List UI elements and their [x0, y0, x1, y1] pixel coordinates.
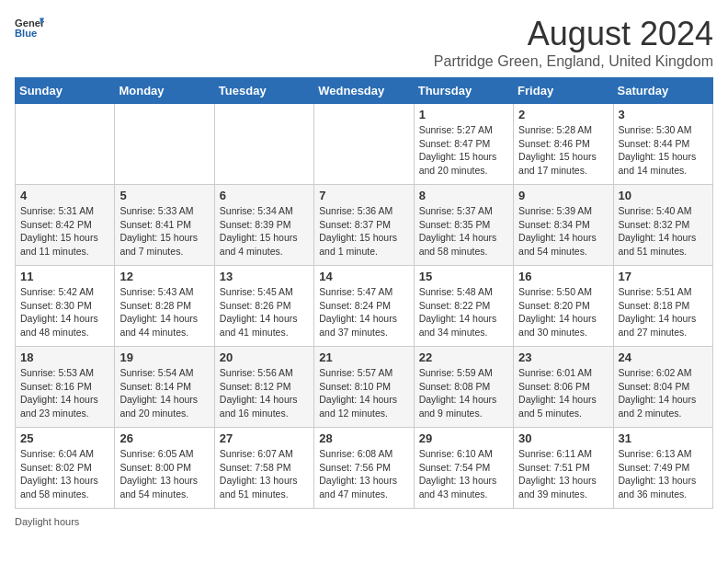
calendar-cell: 26Sunrise: 6:05 AMSunset: 8:00 PMDayligh…: [115, 428, 214, 509]
calendar-cell: 24Sunrise: 6:02 AMSunset: 8:04 PMDayligh…: [613, 347, 712, 428]
day-info: Sunrise: 5:48 AMSunset: 8:22 PMDaylight:…: [419, 285, 508, 339]
day-number: 11: [20, 270, 109, 283]
day-number: 21: [319, 350, 408, 364]
calendar-header: SundayMondayTuesdayWednesdayThursdayFrid…: [16, 78, 713, 104]
calendar-cell: 25Sunrise: 6:04 AMSunset: 8:02 PMDayligh…: [16, 428, 115, 509]
calendar-cell: 13Sunrise: 5:45 AMSunset: 8:26 PMDayligh…: [214, 266, 313, 347]
day-number: 25: [20, 431, 109, 445]
day-info: Sunrise: 6:11 AMSunset: 7:51 PMDaylight:…: [518, 447, 608, 501]
day-number: 22: [419, 350, 508, 364]
day-number: 4: [20, 189, 109, 202]
week-row-2: 4Sunrise: 5:31 AMSunset: 8:42 PMDaylight…: [16, 185, 713, 266]
day-info: Sunrise: 6:13 AMSunset: 7:49 PMDaylight:…: [619, 447, 708, 501]
calendar-cell: [314, 104, 414, 185]
day-info: Sunrise: 5:39 AMSunset: 8:34 PMDaylight:…: [518, 204, 608, 259]
day-info: Sunrise: 5:59 AMSunset: 8:08 PMDaylight:…: [419, 366, 508, 420]
calendar-cell: [214, 104, 313, 185]
calendar-cell: 6Sunrise: 5:34 AMSunset: 8:39 PMDaylight…: [214, 185, 313, 266]
calendar-cell: 28Sunrise: 6:08 AMSunset: 7:56 PMDayligh…: [314, 428, 414, 509]
day-number: 28: [319, 431, 408, 445]
weekday-saturday: Saturday: [613, 78, 712, 104]
weekday-monday: Monday: [115, 78, 214, 104]
day-number: 27: [220, 431, 309, 445]
day-number: 12: [119, 270, 209, 283]
day-info: Sunrise: 6:08 AMSunset: 7:56 PMDaylight:…: [319, 447, 408, 501]
footer: Daylight hours: [15, 516, 713, 527]
month-title: August 2024: [434, 15, 713, 53]
calendar-cell: 12Sunrise: 5:43 AMSunset: 8:28 PMDayligh…: [115, 266, 214, 347]
day-number: 10: [619, 189, 708, 202]
weekday-friday: Friday: [514, 78, 613, 104]
day-info: Sunrise: 5:45 AMSunset: 8:26 PMDaylight:…: [220, 285, 309, 339]
day-info: Sunrise: 5:34 AMSunset: 8:39 PMDaylight:…: [220, 204, 309, 259]
day-info: Sunrise: 5:57 AMSunset: 8:10 PMDaylight:…: [319, 366, 408, 420]
page-header: General Blue August 2024 Partridge Green…: [15, 15, 713, 70]
logo-icon: General Blue: [15, 15, 44, 40]
day-info: Sunrise: 5:53 AMSunset: 8:16 PMDaylight:…: [20, 366, 109, 420]
calendar-cell: 1Sunrise: 5:27 AMSunset: 8:47 PMDaylight…: [414, 104, 513, 185]
day-info: Sunrise: 6:01 AMSunset: 8:06 PMDaylight:…: [518, 366, 608, 420]
calendar-cell: 20Sunrise: 5:56 AMSunset: 8:12 PMDayligh…: [214, 347, 313, 428]
title-block: August 2024 Partridge Green, England, Un…: [434, 15, 713, 70]
day-number: 24: [619, 350, 708, 364]
calendar-cell: 29Sunrise: 6:10 AMSunset: 7:54 PMDayligh…: [414, 428, 513, 509]
day-info: Sunrise: 5:42 AMSunset: 8:30 PMDaylight:…: [20, 285, 109, 339]
calendar-cell: 10Sunrise: 5:40 AMSunset: 8:32 PMDayligh…: [613, 185, 712, 266]
svg-text:General: General: [15, 17, 44, 29]
day-number: 1: [419, 108, 508, 121]
calendar-cell: 11Sunrise: 5:42 AMSunset: 8:30 PMDayligh…: [16, 266, 115, 347]
week-row-4: 18Sunrise: 5:53 AMSunset: 8:16 PMDayligh…: [16, 347, 713, 428]
day-info: Sunrise: 5:28 AMSunset: 8:46 PMDaylight:…: [518, 123, 608, 178]
day-info: Sunrise: 5:30 AMSunset: 8:44 PMDaylight:…: [619, 123, 708, 178]
calendar-cell: 31Sunrise: 6:13 AMSunset: 7:49 PMDayligh…: [613, 428, 712, 509]
day-info: Sunrise: 5:54 AMSunset: 8:14 PMDaylight:…: [119, 366, 209, 420]
calendar-cell: 21Sunrise: 5:57 AMSunset: 8:10 PMDayligh…: [314, 347, 414, 428]
day-number: 7: [319, 189, 408, 202]
day-number: 19: [119, 350, 209, 364]
calendar-cell: 7Sunrise: 5:36 AMSunset: 8:37 PMDaylight…: [314, 185, 414, 266]
day-info: Sunrise: 5:50 AMSunset: 8:20 PMDaylight:…: [518, 285, 608, 339]
daylight-label: Daylight hours: [15, 516, 79, 527]
calendar-cell: 15Sunrise: 5:48 AMSunset: 8:22 PMDayligh…: [414, 266, 513, 347]
day-info: Sunrise: 5:40 AMSunset: 8:32 PMDaylight:…: [619, 204, 708, 259]
location: Partridge Green, England, United Kingdom: [434, 53, 713, 70]
day-number: 15: [419, 270, 508, 283]
calendar-cell: 19Sunrise: 5:54 AMSunset: 8:14 PMDayligh…: [115, 347, 214, 428]
day-info: Sunrise: 5:47 AMSunset: 8:24 PMDaylight:…: [319, 285, 408, 339]
day-number: 16: [518, 270, 608, 283]
day-number: 13: [220, 270, 309, 283]
day-number: 17: [619, 270, 708, 283]
day-info: Sunrise: 5:56 AMSunset: 8:12 PMDaylight:…: [220, 366, 309, 420]
day-number: 23: [518, 350, 608, 364]
day-info: Sunrise: 5:33 AMSunset: 8:41 PMDaylight:…: [119, 204, 209, 259]
calendar-cell: 23Sunrise: 6:01 AMSunset: 8:06 PMDayligh…: [514, 347, 613, 428]
svg-text:Blue: Blue: [15, 28, 37, 39]
day-number: 26: [119, 431, 209, 445]
day-number: 30: [518, 431, 608, 445]
day-number: 3: [619, 108, 708, 121]
day-number: 14: [319, 270, 408, 283]
day-number: 2: [518, 108, 608, 121]
calendar-cell: 17Sunrise: 5:51 AMSunset: 8:18 PMDayligh…: [613, 266, 712, 347]
day-number: 31: [619, 431, 708, 445]
calendar-cell: 16Sunrise: 5:50 AMSunset: 8:20 PMDayligh…: [514, 266, 613, 347]
calendar-cell: [115, 104, 214, 185]
week-row-1: 1Sunrise: 5:27 AMSunset: 8:47 PMDaylight…: [16, 104, 713, 185]
day-info: Sunrise: 5:51 AMSunset: 8:18 PMDaylight:…: [619, 285, 708, 339]
day-number: 18: [20, 350, 109, 364]
week-row-5: 25Sunrise: 6:04 AMSunset: 8:02 PMDayligh…: [16, 428, 713, 509]
calendar-cell: 14Sunrise: 5:47 AMSunset: 8:24 PMDayligh…: [314, 266, 414, 347]
weekday-sunday: Sunday: [16, 78, 115, 104]
calendar-cell: 18Sunrise: 5:53 AMSunset: 8:16 PMDayligh…: [16, 347, 115, 428]
calendar-cell: 3Sunrise: 5:30 AMSunset: 8:44 PMDaylight…: [613, 104, 712, 185]
day-info: Sunrise: 5:43 AMSunset: 8:28 PMDaylight:…: [119, 285, 209, 339]
logo: General Blue: [15, 15, 44, 40]
calendar-body: 1Sunrise: 5:27 AMSunset: 8:47 PMDaylight…: [16, 104, 713, 509]
day-number: 6: [220, 189, 309, 202]
calendar-cell: 2Sunrise: 5:28 AMSunset: 8:46 PMDaylight…: [514, 104, 613, 185]
day-number: 20: [220, 350, 309, 364]
weekday-wednesday: Wednesday: [314, 78, 414, 104]
calendar-cell: 4Sunrise: 5:31 AMSunset: 8:42 PMDaylight…: [16, 185, 115, 266]
calendar-cell: 22Sunrise: 5:59 AMSunset: 8:08 PMDayligh…: [414, 347, 513, 428]
day-info: Sunrise: 6:10 AMSunset: 7:54 PMDaylight:…: [419, 447, 508, 501]
